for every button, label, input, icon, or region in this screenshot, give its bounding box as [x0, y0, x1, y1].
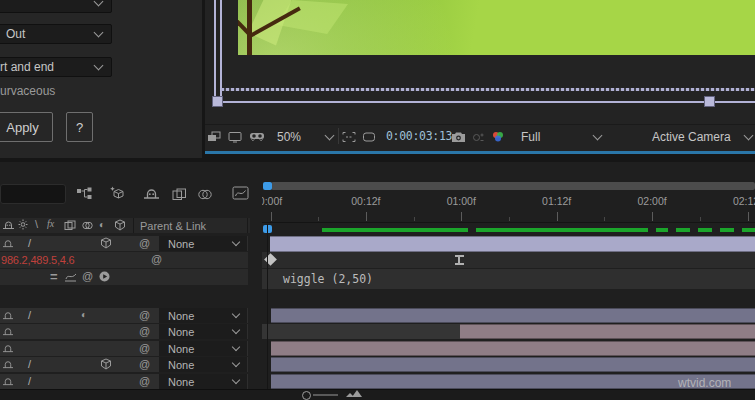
effects-column-icon[interactable]: fx	[47, 218, 54, 229]
magnification-dropdown[interactable]: 50%	[272, 128, 338, 146]
chevron-down-icon	[232, 359, 240, 367]
resolution-dropdown[interactable]: Full	[516, 128, 606, 146]
property-value-row[interactable]: 986.2,489.5,4.6 @	[0, 252, 248, 268]
property-pickwhip-icon[interactable]: @	[151, 254, 162, 265]
adjustment-layer-toggle-icon[interactable]: ◐	[81, 309, 87, 320]
layer-row[interactable]: / ◐ @ None	[0, 308, 248, 323]
frame-blend-column-icon[interactable]	[64, 220, 76, 231]
exposure-icon[interactable]	[472, 128, 485, 146]
enable-expression-icon[interactable]: =	[50, 270, 58, 283]
parent-dropdown[interactable]: None	[159, 357, 247, 372]
position-value-text[interactable]: 986.2,489.5,4.6	[1, 254, 74, 266]
quality-toggle-icon[interactable]: /	[28, 237, 31, 249]
layer-row[interactable]: @ None	[0, 341, 248, 356]
layer-bar-5[interactable]	[460, 324, 755, 339]
motion-blur-icon[interactable]	[197, 188, 213, 201]
shy-icon[interactable]	[2, 310, 14, 320]
mask-visibility-icon[interactable]	[362, 128, 376, 146]
dropdown-out[interactable]: Out	[0, 24, 112, 44]
timeline-zoom-slider[interactable]	[302, 391, 311, 400]
chevron-down-icon	[744, 131, 754, 141]
graph-editor-icon[interactable]	[232, 186, 249, 200]
parent-pickwhip-icon[interactable]: @	[139, 359, 150, 370]
parent-pickwhip-icon[interactable]: @	[139, 326, 150, 337]
zoom-out-mountain-icon[interactable]	[272, 392, 280, 400]
parent-link-header: Parent & Link	[140, 220, 206, 232]
parent-pickwhip-icon[interactable]: @	[139, 343, 150, 354]
shy-column-icon[interactable]	[2, 219, 15, 230]
hide-shy-layers-icon[interactable]	[143, 187, 160, 200]
cached-frames-segment	[322, 228, 468, 232]
region-of-interest-icon[interactable]	[342, 128, 356, 146]
parent-pickwhip-icon[interactable]: @	[139, 376, 150, 387]
dropdown-start-end[interactable]: rt and end	[0, 57, 112, 77]
expression-graph-icon[interactable]	[64, 272, 77, 282]
layer-bar-4[interactable]	[271, 308, 755, 323]
collapse-transformations-column-icon[interactable]	[17, 219, 29, 230]
time-navigator-bar[interactable]	[271, 182, 755, 190]
parent-dropdown[interactable]: None	[159, 341, 247, 356]
3d-layer-toggle-icon[interactable]	[100, 358, 112, 370]
shy-icon[interactable]	[2, 326, 14, 336]
parent-pickwhip-icon[interactable]: @	[139, 238, 150, 249]
layer-row[interactable]: @ None	[0, 324, 248, 339]
timeline-search-input[interactable]	[0, 184, 66, 204]
time-navigator-start-handle[interactable]	[263, 182, 272, 190]
parent-pickwhip-icon[interactable]: @	[139, 310, 150, 321]
3d-layer-column-icon[interactable]	[114, 219, 126, 231]
current-time-display[interactable]: 0:00:03:13	[386, 127, 446, 145]
quality-toggle-icon[interactable]: /	[28, 375, 31, 387]
apply-button[interactable]: Apply	[0, 112, 53, 142]
stereo-3d-glasses-icon[interactable]	[249, 128, 265, 146]
always-preview-icon[interactable]	[207, 128, 221, 146]
quality-toggle-icon[interactable]: /	[28, 358, 31, 370]
parent-dropdown[interactable]: None	[159, 308, 247, 323]
selection-handle[interactable]	[212, 96, 223, 107]
adjustment-layer-column-icon[interactable]: ◐	[99, 219, 105, 230]
expression-language-menu-icon[interactable]	[99, 271, 110, 282]
layer-row[interactable]: / @ None	[0, 236, 248, 251]
layer-selection-outline	[214, 0, 222, 100]
3d-layer-toggle-icon[interactable]	[100, 237, 112, 249]
layer-bar-7[interactable]	[271, 357, 755, 372]
parent-value: None	[168, 326, 194, 338]
expression-pickwhip-icon[interactable]: @	[82, 271, 93, 282]
dropdown-out-value: Out	[6, 27, 25, 41]
quality-column-icon[interactable]: \	[35, 218, 38, 230]
layer-bar-6[interactable]	[271, 341, 755, 356]
view-dropdown[interactable]: Active Camera	[647, 128, 754, 146]
draft-3d-icon[interactable]	[109, 186, 125, 200]
ruler-tick-label: 02:00f	[628, 195, 676, 207]
dropdown-top[interactable]	[0, 0, 112, 13]
layer-row[interactable]: / @ None	[0, 357, 248, 372]
zoom-in-mountains-icon[interactable]	[346, 390, 362, 397]
curvaceous-label: urvaceous	[0, 84, 55, 98]
selection-handle[interactable]	[704, 96, 715, 107]
frame-blending-icon[interactable]	[172, 188, 187, 201]
cached-frames-segment	[476, 228, 648, 232]
shy-icon[interactable]	[2, 359, 14, 369]
parent-dropdown[interactable]: None	[159, 236, 247, 251]
shy-icon[interactable]	[2, 238, 14, 248]
layer-row[interactable]: / @ None	[0, 374, 248, 389]
parent-dropdown[interactable]: None	[159, 374, 247, 389]
cached-frames-segment	[656, 228, 668, 232]
help-button[interactable]: ?	[66, 112, 93, 142]
shy-icon[interactable]	[2, 343, 14, 353]
ruler-divider	[262, 222, 755, 223]
motion-blur-column-icon[interactable]	[81, 220, 94, 231]
channel-rgb-icon[interactable]	[491, 128, 505, 146]
composition-mini-flowchart-icon[interactable]	[76, 187, 93, 200]
monitor-icon[interactable]	[228, 128, 242, 146]
snapshot-camera-icon[interactable]	[451, 128, 466, 146]
quality-toggle-icon[interactable]: /	[28, 309, 31, 321]
resolution-value: Full	[521, 130, 540, 144]
ruler-tick-mark	[509, 217, 510, 221]
ruler-tick-label: 01:12f	[533, 195, 581, 207]
watermark: wtvid.com	[678, 376, 731, 390]
timeline-zoom-track[interactable]	[313, 394, 338, 396]
parent-dropdown[interactable]: None	[159, 324, 247, 339]
layer-bar-1[interactable]	[270, 236, 755, 252]
view-value: Active Camera	[652, 130, 731, 144]
shy-icon[interactable]	[2, 376, 14, 386]
